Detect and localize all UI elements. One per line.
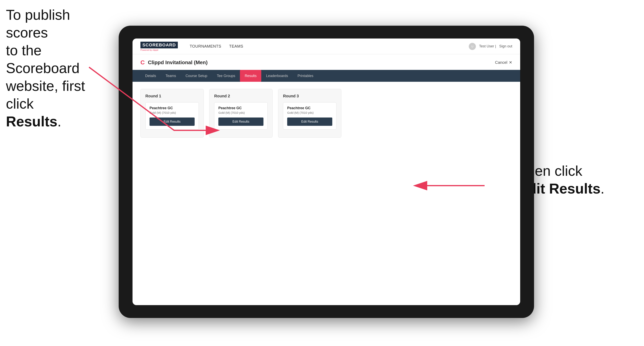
round-3-course-card: Peachtree GC Gold (M) (7010 yds) Edit Re…: [283, 102, 336, 130]
nav-teams[interactable]: TEAMS: [229, 44, 243, 49]
round-2-edit-results-button[interactable]: Edit Results: [218, 118, 264, 126]
tab-tee-groups[interactable]: Tee Groups: [212, 70, 240, 82]
tablet-screen: SCOREBOARD Powered by clippd TOURNAMENTS…: [132, 38, 520, 305]
nav-links: TOURNAMENTS TEAMS: [190, 44, 243, 49]
round-3-card: Round 3 Peachtree GC Gold (M) (7010 yds)…: [278, 89, 342, 138]
round-1-course-card: Peachtree GC Gold (M) (7010 yds) Edit Re…: [145, 102, 199, 130]
tab-teams[interactable]: Teams: [161, 70, 181, 82]
round-3-course-details: Gold (M) (7010 yds): [287, 111, 332, 114]
tournament-icon: C: [140, 59, 145, 66]
round-2-course-card: Peachtree GC Gold (M) (7010 yds) Edit Re…: [214, 102, 268, 130]
tournament-title-row: C Clippd Invitational (Men): [140, 59, 208, 66]
tab-printables[interactable]: Printables: [293, 70, 318, 82]
logo: SCOREBOARD: [140, 42, 178, 48]
tab-results[interactable]: Results: [240, 70, 261, 82]
round-1-card: Round 1 Peachtree GC Gold (M) (7010 yds)…: [140, 89, 204, 138]
round-1-edit-results-button[interactable]: Edit Results: [150, 118, 194, 126]
tab-details[interactable]: Details: [140, 70, 161, 82]
user-label: Test User |: [479, 44, 496, 48]
round-1-title: Round 1: [145, 94, 199, 98]
round-2-title: Round 2: [214, 94, 268, 98]
nav-right: U Test User | Sign out: [469, 43, 512, 50]
round-3-course-name: Peachtree GC: [287, 106, 332, 110]
round-3-title: Round 3: [283, 94, 336, 98]
tab-leaderboards[interactable]: Leaderboards: [261, 70, 293, 82]
round-2-course-details: Gold (M) (7010 yds): [218, 111, 264, 114]
logo-area: SCOREBOARD Powered by clippd: [140, 42, 178, 51]
round-2-course-name: Peachtree GC: [218, 106, 264, 110]
tournament-header: C Clippd Invitational (Men) Cancel ✕: [132, 54, 520, 70]
content-area: C Clippd Invitational (Men) Cancel ✕ Det…: [132, 54, 520, 305]
instruction-left: To publish scores to the Scoreboard webs…: [6, 6, 93, 130]
tab-course-setup[interactable]: Course Setup: [181, 70, 212, 82]
tournament-name: Clippd Invitational (Men): [148, 59, 208, 66]
user-avatar: U: [469, 43, 476, 50]
round-3-edit-results-button[interactable]: Edit Results: [287, 118, 332, 126]
close-icon: ✕: [509, 60, 512, 65]
round-2-card: Round 2 Peachtree GC Gold (M) (7010 yds)…: [209, 89, 272, 138]
logo-sub: Powered by clippd: [140, 49, 178, 51]
cancel-button[interactable]: Cancel ✕: [495, 60, 512, 65]
tab-bar: Details Teams Course Setup Tee Groups Re…: [132, 70, 520, 82]
sign-out-link[interactable]: Sign out: [499, 44, 512, 48]
round-1-course-details: Gold (M) (7010 yds): [150, 111, 194, 114]
round-1-course-name: Peachtree GC: [150, 106, 194, 110]
tablet: SCOREBOARD Powered by clippd TOURNAMENTS…: [119, 26, 534, 318]
rounds-container: Round 1 Peachtree GC Gold (M) (7010 yds)…: [132, 82, 520, 145]
nav-tournaments[interactable]: TOURNAMENTS: [190, 44, 221, 49]
top-navbar: SCOREBOARD Powered by clippd TOURNAMENTS…: [132, 38, 520, 54]
